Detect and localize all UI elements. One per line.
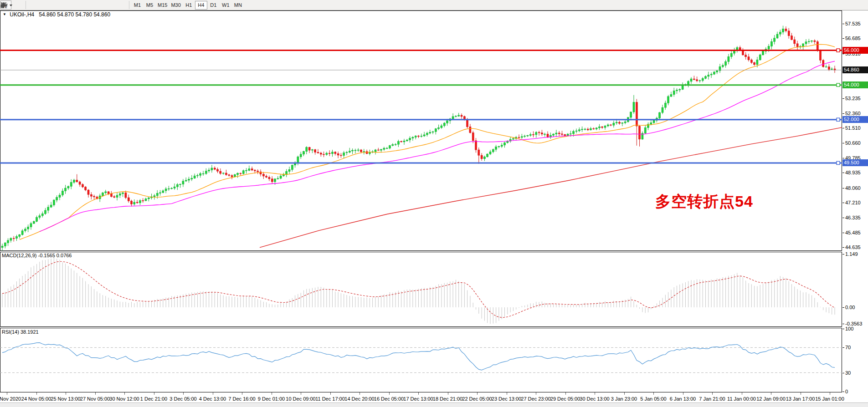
level-54-anchor[interactable] (837, 83, 840, 86)
time-label: 30 Dec 13:00 (580, 396, 609, 402)
price-tick-label: 52.360 (842, 111, 861, 116)
time-axis[interactable]: 22 Nov 202024 Nov 05:0025 Nov 13:0027 No… (0, 392, 842, 402)
time-tick (272, 392, 272, 395)
support-49.5-anchor[interactable] (837, 161, 840, 164)
time-tick (213, 392, 213, 395)
time-label: 1 Dec 21:00 (140, 396, 167, 402)
price-tick-label: 46.335 (842, 215, 861, 220)
time-label: 27 Dec 23:00 (521, 396, 550, 402)
level-52-anchor[interactable] (837, 118, 840, 121)
rsi-pane[interactable] (0, 328, 842, 392)
time-tick (653, 392, 654, 395)
time-label: 3 Jan 23:00 (611, 396, 637, 402)
time-label: 23 Dec 13:00 (492, 396, 521, 402)
arrows-tool-button[interactable] (111, 0, 127, 10)
time-label: 10 Dec 09:00 (286, 396, 315, 402)
fibonacci-tool-button[interactable]: F (76, 0, 87, 10)
timeframe-h4-button[interactable]: H4 (195, 1, 207, 10)
time-tick (448, 392, 448, 395)
arrows-icon (0, 2, 13, 9)
time-tick (595, 392, 595, 395)
timeframe-w1-button[interactable]: W1 (220, 1, 232, 10)
time-tick (66, 392, 66, 395)
horizontal-line-tool-button[interactable] (40, 0, 51, 10)
price-tick-label: 44.635 (842, 244, 861, 250)
timeframe-h1-button[interactable]: H1 (183, 1, 195, 10)
trendline-tool-button[interactable] (52, 0, 63, 10)
price-tick-label: 45.485 (842, 230, 861, 235)
time-label: 17 Dec 13:00 (403, 396, 433, 402)
price-axis[interactable]: 57.53556.68555.81053.23552.36051.51050.6… (842, 10, 868, 392)
ohlc-quotes-label: 54.860 54.870 54.780 54.860 (39, 11, 110, 18)
time-tick (418, 392, 419, 395)
time-label: 24 Nov 05:00 (21, 396, 51, 402)
resistance-56-anchor[interactable] (837, 49, 840, 52)
timeframe-m5-button[interactable]: M5 (144, 1, 156, 10)
time-tick (36, 392, 37, 395)
chart-title: ▼ UKOil-,H4 54.860 54.870 54.780 54.860 (3, 11, 110, 18)
time-tick (7, 392, 7, 395)
macd-pane[interactable] (0, 252, 842, 327)
time-label: 16 Dec 05:00 (374, 396, 404, 402)
equidistant-channel-tool-button[interactable]: E (64, 0, 75, 10)
timeframe-m1-button[interactable]: M1 (131, 1, 144, 10)
vertical-line-tool-button[interactable] (28, 0, 39, 10)
price-tick-label: 50.660 (842, 140, 861, 146)
time-label: 14 Dec 20:00 (344, 396, 374, 402)
price-tick-label: 51.510 (842, 125, 861, 131)
time-tick (183, 392, 184, 395)
time-label: 11 Jan 00:00 (727, 396, 756, 402)
price-tag-54.000: 54.000 (842, 81, 868, 88)
window-bottom-strip (0, 402, 868, 407)
time-tick (742, 392, 742, 395)
crosshair-tool-button[interactable] (12, 0, 23, 10)
price-tag-52.000: 52.000 (842, 116, 868, 123)
text-tool-button[interactable]: A (87, 0, 98, 10)
time-tick (830, 392, 830, 395)
price-tag-54.860: 54.860 (842, 66, 868, 73)
time-tick (507, 392, 507, 395)
rsi-axis-label: 100 (842, 326, 853, 331)
time-label: 3 Dec 05:00 (169, 396, 196, 402)
timeframe-m30-button[interactable]: M30 (169, 1, 182, 10)
time-label: 25 Nov 13:00 (51, 396, 80, 402)
toolbar-separator (26, 1, 26, 9)
macd-indicator-label: MACD(12,26,9) -0.1565 0.0766 (2, 253, 72, 258)
mt4-window: E F A T M1 M5 M15 M30 H1 H4 D1 W1 MN ▼ U… (0, 0, 868, 407)
time-label: 7 Jan 21:00 (699, 396, 725, 402)
price-tag-56.000: 56.000 (842, 47, 868, 54)
time-label: 15 Jan 01:00 (815, 396, 844, 402)
time-label: 12 Jan 09:00 (756, 396, 786, 402)
time-tick (389, 392, 390, 395)
time-tick (242, 392, 242, 395)
time-tick (301, 392, 301, 395)
timeframe-m15-button[interactable]: M15 (156, 1, 169, 10)
timeframe-d1-button[interactable]: D1 (207, 1, 220, 10)
price-tag-49.500: 49.500 (842, 159, 868, 166)
time-label: 29 Dec 05:00 (550, 396, 580, 402)
main-price-pane[interactable] (0, 10, 842, 251)
timeframe-mn-button[interactable]: MN (232, 1, 244, 10)
time-tick (801, 392, 801, 395)
chevron-down-icon[interactable]: ▼ (3, 12, 6, 16)
text-label-tool-button[interactable]: T (99, 0, 110, 10)
time-tick (360, 392, 360, 395)
time-label: 9 Dec 01:00 (258, 396, 285, 402)
time-tick (683, 392, 683, 395)
time-tick (330, 392, 331, 395)
time-label: 11 Dec 17:00 (315, 396, 345, 402)
time-label: 22 Dec 05:00 (462, 396, 492, 402)
time-tick (565, 392, 566, 395)
rsi-indicator-label: RSI(14) 38.1921 (2, 329, 39, 335)
price-tick-label: 56.685 (842, 36, 861, 41)
price-tick-label: 48.935 (842, 170, 861, 175)
price-tick-label: 53.235 (842, 96, 861, 101)
price-tick-label: 48.060 (842, 185, 861, 191)
time-label: 22 Nov 2020 (0, 396, 21, 402)
time-label: 5 Jan 05:00 (640, 396, 667, 402)
time-label: 4 Dec 13:00 (199, 396, 226, 402)
rsi-axis-label: 0 (842, 389, 848, 394)
time-label: 13 Jan 17:00 (786, 396, 815, 402)
time-tick (712, 392, 713, 395)
time-tick (477, 392, 478, 395)
